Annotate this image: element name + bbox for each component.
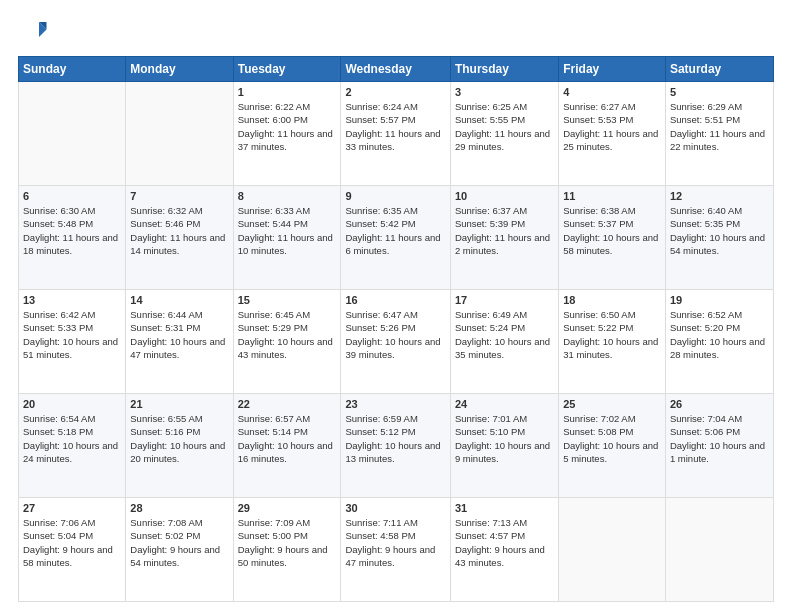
day-info: Sunrise: 6:57 AMSunset: 5:14 PMDaylight:… [238, 412, 337, 465]
calendar-cell [126, 82, 233, 186]
day-info: Sunrise: 6:32 AMSunset: 5:46 PMDaylight:… [130, 204, 228, 257]
day-info: Sunrise: 6:37 AMSunset: 5:39 PMDaylight:… [455, 204, 554, 257]
calendar-cell: 10Sunrise: 6:37 AMSunset: 5:39 PMDayligh… [450, 186, 558, 290]
day-info: Sunrise: 6:33 AMSunset: 5:44 PMDaylight:… [238, 204, 337, 257]
calendar-cell: 17Sunrise: 6:49 AMSunset: 5:24 PMDayligh… [450, 290, 558, 394]
calendar-table: SundayMondayTuesdayWednesdayThursdayFrid… [18, 56, 774, 602]
day-number: 11 [563, 190, 661, 202]
day-number: 19 [670, 294, 769, 306]
day-number: 21 [130, 398, 228, 410]
calendar-cell: 11Sunrise: 6:38 AMSunset: 5:37 PMDayligh… [559, 186, 666, 290]
day-info: Sunrise: 6:54 AMSunset: 5:18 PMDaylight:… [23, 412, 121, 465]
logo-icon [18, 16, 48, 46]
day-info: Sunrise: 6:49 AMSunset: 5:24 PMDaylight:… [455, 308, 554, 361]
calendar-cell: 30Sunrise: 7:11 AMSunset: 4:58 PMDayligh… [341, 498, 450, 602]
day-info: Sunrise: 6:45 AMSunset: 5:29 PMDaylight:… [238, 308, 337, 361]
calendar-cell: 1Sunrise: 6:22 AMSunset: 6:00 PMDaylight… [233, 82, 341, 186]
calendar-cell [665, 498, 773, 602]
calendar-cell: 23Sunrise: 6:59 AMSunset: 5:12 PMDayligh… [341, 394, 450, 498]
weekday-header-friday: Friday [559, 57, 666, 82]
calendar-cell: 24Sunrise: 7:01 AMSunset: 5:10 PMDayligh… [450, 394, 558, 498]
day-number: 15 [238, 294, 337, 306]
day-number: 17 [455, 294, 554, 306]
calendar-cell: 13Sunrise: 6:42 AMSunset: 5:33 PMDayligh… [19, 290, 126, 394]
day-info: Sunrise: 7:06 AMSunset: 5:04 PMDaylight:… [23, 516, 121, 569]
calendar-cell [559, 498, 666, 602]
day-number: 24 [455, 398, 554, 410]
calendar-cell: 9Sunrise: 6:35 AMSunset: 5:42 PMDaylight… [341, 186, 450, 290]
calendar-cell: 26Sunrise: 7:04 AMSunset: 5:06 PMDayligh… [665, 394, 773, 498]
calendar-cell: 15Sunrise: 6:45 AMSunset: 5:29 PMDayligh… [233, 290, 341, 394]
day-number: 4 [563, 86, 661, 98]
calendar-cell: 28Sunrise: 7:08 AMSunset: 5:02 PMDayligh… [126, 498, 233, 602]
day-info: Sunrise: 6:29 AMSunset: 5:51 PMDaylight:… [670, 100, 769, 153]
day-number: 29 [238, 502, 337, 514]
day-number: 31 [455, 502, 554, 514]
day-number: 2 [345, 86, 445, 98]
day-info: Sunrise: 7:01 AMSunset: 5:10 PMDaylight:… [455, 412, 554, 465]
day-number: 20 [23, 398, 121, 410]
day-info: Sunrise: 6:59 AMSunset: 5:12 PMDaylight:… [345, 412, 445, 465]
day-info: Sunrise: 6:27 AMSunset: 5:53 PMDaylight:… [563, 100, 661, 153]
day-info: Sunrise: 6:42 AMSunset: 5:33 PMDaylight:… [23, 308, 121, 361]
calendar-cell: 7Sunrise: 6:32 AMSunset: 5:46 PMDaylight… [126, 186, 233, 290]
day-number: 14 [130, 294, 228, 306]
calendar-cell: 4Sunrise: 6:27 AMSunset: 5:53 PMDaylight… [559, 82, 666, 186]
day-number: 27 [23, 502, 121, 514]
day-number: 12 [670, 190, 769, 202]
weekday-header-monday: Monday [126, 57, 233, 82]
day-info: Sunrise: 6:35 AMSunset: 5:42 PMDaylight:… [345, 204, 445, 257]
day-number: 18 [563, 294, 661, 306]
day-info: Sunrise: 6:38 AMSunset: 5:37 PMDaylight:… [563, 204, 661, 257]
day-info: Sunrise: 7:02 AMSunset: 5:08 PMDaylight:… [563, 412, 661, 465]
day-info: Sunrise: 6:52 AMSunset: 5:20 PMDaylight:… [670, 308, 769, 361]
day-info: Sunrise: 6:22 AMSunset: 6:00 PMDaylight:… [238, 100, 337, 153]
calendar-cell: 27Sunrise: 7:06 AMSunset: 5:04 PMDayligh… [19, 498, 126, 602]
calendar-cell [19, 82, 126, 186]
calendar-cell: 14Sunrise: 6:44 AMSunset: 5:31 PMDayligh… [126, 290, 233, 394]
calendar-week-row: 6Sunrise: 6:30 AMSunset: 5:48 PMDaylight… [19, 186, 774, 290]
day-info: Sunrise: 6:50 AMSunset: 5:22 PMDaylight:… [563, 308, 661, 361]
calendar-cell: 29Sunrise: 7:09 AMSunset: 5:00 PMDayligh… [233, 498, 341, 602]
day-number: 30 [345, 502, 445, 514]
day-number: 16 [345, 294, 445, 306]
day-number: 10 [455, 190, 554, 202]
day-number: 1 [238, 86, 337, 98]
calendar-cell: 5Sunrise: 6:29 AMSunset: 5:51 PMDaylight… [665, 82, 773, 186]
calendar-cell: 22Sunrise: 6:57 AMSunset: 5:14 PMDayligh… [233, 394, 341, 498]
calendar-cell: 16Sunrise: 6:47 AMSunset: 5:26 PMDayligh… [341, 290, 450, 394]
weekday-header-row: SundayMondayTuesdayWednesdayThursdayFrid… [19, 57, 774, 82]
header [18, 16, 774, 46]
day-info: Sunrise: 6:47 AMSunset: 5:26 PMDaylight:… [345, 308, 445, 361]
day-number: 8 [238, 190, 337, 202]
calendar-cell: 19Sunrise: 6:52 AMSunset: 5:20 PMDayligh… [665, 290, 773, 394]
day-info: Sunrise: 6:55 AMSunset: 5:16 PMDaylight:… [130, 412, 228, 465]
day-number: 25 [563, 398, 661, 410]
weekday-header-saturday: Saturday [665, 57, 773, 82]
day-number: 26 [670, 398, 769, 410]
day-number: 5 [670, 86, 769, 98]
calendar-cell: 2Sunrise: 6:24 AMSunset: 5:57 PMDaylight… [341, 82, 450, 186]
day-number: 28 [130, 502, 228, 514]
weekday-header-thursday: Thursday [450, 57, 558, 82]
calendar-week-row: 20Sunrise: 6:54 AMSunset: 5:18 PMDayligh… [19, 394, 774, 498]
day-number: 7 [130, 190, 228, 202]
weekday-header-sunday: Sunday [19, 57, 126, 82]
calendar-cell: 21Sunrise: 6:55 AMSunset: 5:16 PMDayligh… [126, 394, 233, 498]
day-info: Sunrise: 6:44 AMSunset: 5:31 PMDaylight:… [130, 308, 228, 361]
day-number: 9 [345, 190, 445, 202]
calendar-cell: 31Sunrise: 7:13 AMSunset: 4:57 PMDayligh… [450, 498, 558, 602]
day-info: Sunrise: 7:11 AMSunset: 4:58 PMDaylight:… [345, 516, 445, 569]
day-info: Sunrise: 6:40 AMSunset: 5:35 PMDaylight:… [670, 204, 769, 257]
day-info: Sunrise: 7:09 AMSunset: 5:00 PMDaylight:… [238, 516, 337, 569]
calendar-cell: 20Sunrise: 6:54 AMSunset: 5:18 PMDayligh… [19, 394, 126, 498]
calendar-cell: 25Sunrise: 7:02 AMSunset: 5:08 PMDayligh… [559, 394, 666, 498]
calendar-cell: 12Sunrise: 6:40 AMSunset: 5:35 PMDayligh… [665, 186, 773, 290]
day-info: Sunrise: 7:08 AMSunset: 5:02 PMDaylight:… [130, 516, 228, 569]
day-info: Sunrise: 7:04 AMSunset: 5:06 PMDaylight:… [670, 412, 769, 465]
calendar-cell: 8Sunrise: 6:33 AMSunset: 5:44 PMDaylight… [233, 186, 341, 290]
calendar-week-row: 27Sunrise: 7:06 AMSunset: 5:04 PMDayligh… [19, 498, 774, 602]
logo [18, 16, 52, 46]
calendar-cell: 3Sunrise: 6:25 AMSunset: 5:55 PMDaylight… [450, 82, 558, 186]
day-info: Sunrise: 6:30 AMSunset: 5:48 PMDaylight:… [23, 204, 121, 257]
